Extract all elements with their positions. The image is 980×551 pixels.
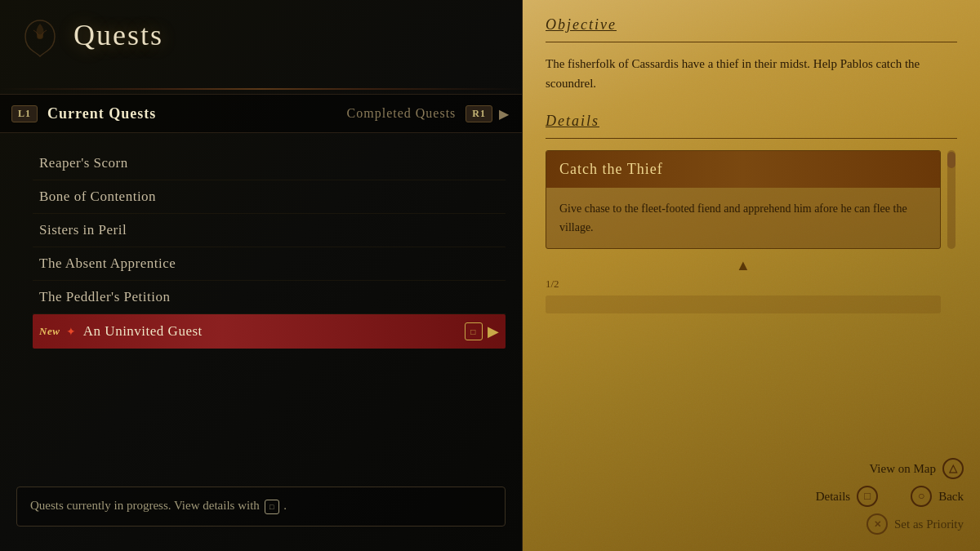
details-label: Details bbox=[546, 113, 957, 130]
hint-text-after: . bbox=[283, 499, 287, 512]
pagination: 1/2 bbox=[546, 278, 957, 291]
tab-current-quests[interactable]: Current Quests bbox=[47, 105, 156, 122]
back-row[interactable]: ○ Back bbox=[911, 486, 964, 507]
left-panel: Quests L1 Current Quests Completed Quest… bbox=[0, 0, 523, 551]
hint-text-before: Quests currently in progress. View detai… bbox=[30, 499, 260, 512]
quest-item-reapers-scorn[interactable]: Reaper's Scorn bbox=[33, 147, 506, 180]
l1-key: L1 bbox=[11, 105, 38, 122]
flame-icon: ✦ bbox=[66, 325, 77, 339]
tab-bar: L1 Current Quests Completed Quests R1 ▶ bbox=[0, 94, 522, 133]
r1-key: R1 bbox=[466, 105, 492, 122]
hint-square-icon: □ bbox=[265, 500, 279, 514]
square-button[interactable]: □ bbox=[857, 486, 878, 507]
set-priority-row[interactable]: ✕ Set as Priority bbox=[866, 513, 964, 535]
next-entry-hint bbox=[546, 295, 941, 313]
title-divider bbox=[0, 88, 522, 90]
action-buttons: View on Map △ Details □ ○ Back ✕ bbox=[816, 458, 964, 535]
page-title: Quests bbox=[74, 18, 163, 52]
square-button-icon: □ bbox=[465, 322, 483, 340]
quest-item-uninvited-guest[interactable]: New ✦ An Uninvited Guest □ ▶ bbox=[33, 314, 506, 349]
objective-text: The fisherfolk of Cassardis have a thief… bbox=[546, 54, 957, 93]
tab-arrow-icon: ▶ bbox=[499, 106, 509, 122]
active-quest-label: An Uninvited Guest bbox=[83, 323, 203, 340]
right-panel: Objective The fisherfolk of Cassardis ha… bbox=[523, 0, 980, 551]
quest-item-peddlers-petition[interactable]: The Peddler's Petition bbox=[33, 281, 506, 314]
right-content: Objective The fisherfolk of Cassardis ha… bbox=[523, 0, 980, 330]
new-badge: New bbox=[39, 325, 60, 338]
quest-list: Reaper's Scorn Bone of Contention Sister… bbox=[33, 147, 506, 349]
quest-item-absent-apprentice[interactable]: The Absent Apprentice bbox=[33, 247, 506, 281]
svg-point-0 bbox=[37, 34, 43, 39]
detail-body: Give chase to the fleet-footed fiend and… bbox=[546, 188, 940, 248]
bottom-hint: Quests currently in progress. View detai… bbox=[16, 487, 506, 527]
circle-button[interactable]: ○ bbox=[911, 486, 932, 507]
view-on-map-label: View on Map bbox=[869, 462, 936, 476]
triangle-button[interactable]: △ bbox=[942, 458, 964, 479]
objective-label: Objective bbox=[546, 16, 957, 33]
quest-item-sisters-in-peril[interactable]: Sisters in Peril bbox=[33, 214, 506, 247]
page-title-area: Quests bbox=[74, 18, 163, 52]
scrollbar-track[interactable] bbox=[947, 150, 956, 249]
details-action-label: Details bbox=[816, 490, 851, 504]
emblem-icon bbox=[11, 10, 69, 67]
scroll-down-arrow: ▲ bbox=[546, 257, 941, 274]
back-label: Back bbox=[938, 490, 964, 504]
arrow-right-icon: ▶ bbox=[488, 322, 500, 340]
details-row[interactable]: Details □ bbox=[816, 486, 879, 507]
set-priority-label: Set as Priority bbox=[894, 518, 964, 531]
details-box: Catch the Thief Give chase to the fleet-… bbox=[546, 150, 941, 249]
detail-title: Catch the Thief bbox=[546, 151, 940, 188]
view-on-map-row[interactable]: View on Map △ bbox=[869, 458, 964, 479]
quest-item-actions: □ ▶ bbox=[465, 322, 500, 340]
details-divider bbox=[546, 138, 957, 139]
quest-item-bone-of-contention[interactable]: Bone of Contention bbox=[33, 180, 506, 214]
tab-completed-quests[interactable]: Completed Quests bbox=[347, 106, 457, 121]
scrollbar-thumb[interactable] bbox=[947, 152, 956, 168]
objective-divider bbox=[546, 42, 957, 42]
cross-button[interactable]: ✕ bbox=[866, 513, 888, 535]
